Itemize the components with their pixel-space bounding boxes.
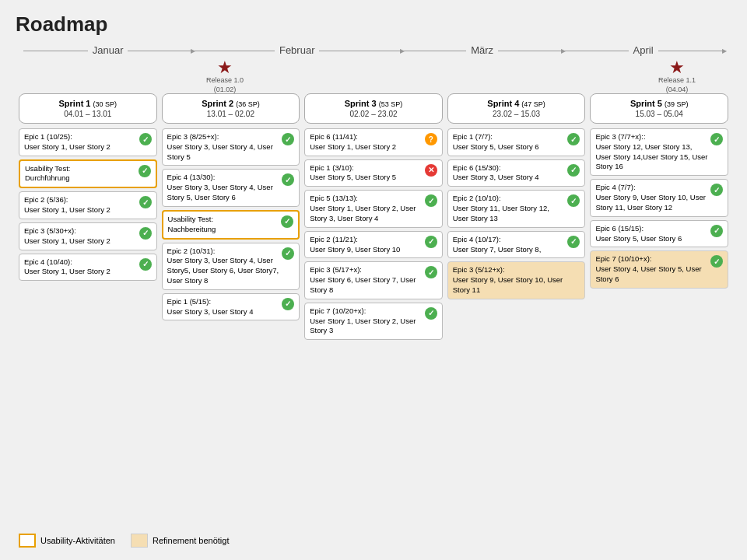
- epic-col3-item5-text: Epic 3 (5/17+x): User Story 6, User Stor…: [310, 265, 423, 295]
- sprints-row: Sprint 1 (30 SP) 04.01 – 13.01 Sprint 2 …: [16, 93, 731, 124]
- month-januar: Januar: [88, 44, 128, 56]
- epic-col5-item3-text: Epic 6 (15/15): User Story 5, User Story…: [595, 224, 709, 244]
- epic-col4-item4-badge: ✓: [567, 236, 580, 248]
- epic-col2-item3-badge: ✓: [281, 215, 293, 228]
- epic-col5-item1: Epic 3 (7/7+x):: User Story 12, User Sto…: [590, 128, 728, 176]
- legend-refinement: Refinement benötigt: [131, 534, 229, 548]
- epic-col5-item4: Epic 7 (10/10+x): User Story 4, User Sto…: [590, 250, 728, 288]
- sprint-col-2: Epic 3 (8/25+x): User Story 3, User Stor…: [162, 128, 300, 320]
- epic-col1-item5: Epic 4 (10/40): User Story 1, User Story…: [19, 254, 157, 282]
- epic-col2-item1-text: Epic 3 (8/25+x): User Story 3, User Stor…: [167, 132, 281, 162]
- epic-col1-item1: Epic 1 (10/25): User Story 1, User Story…: [19, 128, 157, 156]
- epic-col2-item5-text: Epic 1 (5/15): User Story 3, User Story …: [167, 297, 281, 317]
- epic-col3-item4-badge: ✓: [425, 236, 437, 248]
- epic-col1-item3: Epic 2 (5/36): User Story 1, User Story …: [19, 191, 157, 219]
- epic-col2-item4: Epic 2 (10/31): User Story 3, User Story…: [162, 243, 300, 290]
- epic-col4-item2-badge: ✓: [567, 164, 580, 177]
- epic-col1-item5-badge: ✓: [139, 258, 152, 271]
- timeline-januar: Januar: [23, 44, 192, 56]
- epic-col2-item3: Usability Test: Nachbereitung✓: [162, 210, 300, 240]
- release-1-0-label: Release 1.0 (01.02): [206, 76, 244, 94]
- timeline-header: Januar Februar März April: [16, 44, 731, 56]
- epic-col5-item2-text: Epic 4 (7/7): User Story 9, User Story 1…: [595, 183, 709, 212]
- release-1-0-star: ★: [217, 59, 233, 76]
- epic-col1-item4-text: Epic 3 (5/30+x): User Story 1, User Stor…: [24, 226, 138, 247]
- epic-col1-item2-badge: ✓: [139, 165, 151, 177]
- timeline-februar: Februar: [192, 44, 402, 56]
- epic-col1-item2: Usability Test: Durchführung✓: [19, 159, 157, 189]
- sprint-col-1: Epic 1 (10/25): User Story 1, User Story…: [19, 128, 157, 281]
- epic-col4-item3: Epic 2 (10/10): User Story 11, User Stor…: [447, 190, 586, 227]
- sprint-1-dates: 04.01 – 13.01: [26, 110, 150, 118]
- epic-col1-item1-badge: ✓: [139, 133, 152, 145]
- epic-col3-item1-text: Epic 6 (11/41): User Story 1, User Story…: [310, 132, 423, 152]
- epic-col1-item2-text: Usability Test: Durchführung: [25, 164, 137, 184]
- epic-col3-item5-badge: ✓: [425, 266, 437, 278]
- epic-col3-item6: Epic 7 (10/20+x): User Story 1, User Sto…: [304, 303, 443, 340]
- sprint-1-title: Sprint 1 (30 SP): [26, 99, 150, 108]
- sprint-3-dates: 02.02 – 23.02: [311, 110, 436, 118]
- release-1-1-label: Release 1.1 (04.04): [658, 76, 696, 94]
- epic-col2-item2-badge: ✓: [282, 173, 294, 186]
- epic-col3-item3-text: Epic 5 (13/13): User Story 1, User Story…: [310, 194, 423, 223]
- epic-col4-item1-badge: ✓: [567, 133, 580, 145]
- legend-usability-label: Usability-Aktivitäten: [40, 536, 115, 545]
- epic-col2-item4-text: Epic 2 (10/31): User Story 3, User Story…: [167, 247, 281, 286]
- legend-usability-box: [19, 534, 36, 548]
- epic-col4-item4: Epic 4 (10/17): User Story 7, User Story…: [447, 231, 586, 259]
- legend-usability: Usability-Aktivitäten: [19, 534, 115, 548]
- epic-col3-item5: Epic 3 (5/17+x): User Story 6, User Stor…: [304, 261, 443, 299]
- epic-col3-item3-badge: ✓: [425, 194, 437, 207]
- month-maerz: März: [466, 44, 498, 56]
- month-april: April: [629, 44, 658, 56]
- releases-row: ★ Release 1.0 (01.02) ★ Release 1.1 (04.…: [16, 59, 731, 90]
- epic-col1-item4: Epic 3 (5/30+x): User Story 1, User Stor…: [19, 222, 157, 250]
- epic-col2-item5-badge: ✓: [282, 298, 294, 310]
- epic-col3-item4: Epic 2 (11/21): User Story 9, User Story…: [304, 231, 443, 259]
- sprint-4-dates: 23.02 – 15.03: [454, 110, 579, 118]
- sprint-4-title: Sprint 4 (47 SP): [454, 99, 579, 108]
- sprint-3-title: Sprint 3 (53 SP): [311, 99, 436, 108]
- epic-col4-item5: Epic 3 (5/12+x): User Story 9, User Stor…: [447, 261, 586, 299]
- epic-col4-item5-text: Epic 3 (5/12+x): User Story 9, User Stor…: [453, 265, 580, 295]
- sprint-col-5: Epic 3 (7/7+x):: User Story 12, User Sto…: [590, 128, 728, 289]
- sprint-5-dates: 15.03 – 05.04: [597, 110, 721, 118]
- epics-area: Epic 1 (10/25): User Story 1, User Story…: [16, 128, 731, 340]
- sprint-2-box: Sprint 2 (36 SP) 13.01 – 02.02: [162, 93, 300, 124]
- epic-col4-item3-text: Epic 2 (10/10): User Story 11, User Stor…: [453, 194, 566, 223]
- legend-refinement-box: [131, 534, 148, 548]
- sprint-4-box: Sprint 4 (47 SP) 23.02 – 15.03: [447, 93, 586, 124]
- epic-col3-item3: Epic 5 (13/13): User Story 1, User Story…: [304, 190, 443, 227]
- epic-col1-item1-text: Epic 1 (10/25): User Story 1, User Story…: [24, 132, 138, 152]
- epic-col2-item2-text: Epic 4 (13/30): User Story 3, User Story…: [167, 173, 281, 202]
- epic-col3-item2-badge: ✕: [425, 164, 437, 177]
- epic-col2-item4-badge: ✓: [282, 247, 294, 260]
- legend: Usability-Aktivitäten Refinement benötig…: [19, 534, 229, 548]
- epic-col4-item1: Epic 1 (7/7): User Story 5, User Story 6…: [447, 128, 586, 156]
- epic-col4-item2: Epic 6 (15/30): User Story 3, User Story…: [447, 159, 586, 187]
- sprint-5-title: Sprint 5 (39 SP): [597, 99, 721, 108]
- epic-col2-item2: Epic 4 (13/30): User Story 3, User Story…: [162, 169, 300, 206]
- release-1-1-star: ★: [669, 59, 685, 76]
- epic-col4-item1-text: Epic 1 (7/7): User Story 5, User Story 6: [453, 132, 566, 152]
- sprint-col-3: Epic 6 (11/41): User Story 1, User Story…: [304, 128, 443, 340]
- epic-col3-item4-text: Epic 2 (11/21): User Story 9, User Story…: [310, 235, 423, 255]
- epic-col3-item2-text: Epic 1 (3/10): User Story 5, User Story …: [310, 163, 423, 184]
- epic-col5-item1-text: Epic 3 (7/7+x):: User Story 12, User Sto…: [595, 132, 709, 172]
- epic-col4-item3-badge: ✓: [567, 194, 580, 207]
- sprint-col-4: Epic 1 (7/7): User Story 5, User Story 6…: [447, 128, 586, 299]
- sprint-2-dates: 13.01 – 02.02: [169, 110, 293, 118]
- timeline-maerz: März: [402, 44, 563, 56]
- epic-col3-item1-badge: ?: [425, 133, 437, 145]
- legend-refinement-label: Refinement benötigt: [153, 536, 229, 545]
- epic-col2-item3-text: Usability Test: Nachbereitung: [168, 215, 280, 235]
- epic-col4-item4-text: Epic 4 (10/17): User Story 7, User Story…: [453, 235, 566, 255]
- epic-col2-item5: Epic 1 (5/15): User Story 3, User Story …: [162, 293, 300, 321]
- month-februar: Februar: [275, 44, 320, 56]
- timeline-april: April: [563, 44, 724, 56]
- epic-col3-item2: Epic 1 (3/10): User Story 5, User Story …: [304, 159, 443, 187]
- sprint-1-box: Sprint 1 (30 SP) 04.01 – 13.01: [19, 93, 157, 124]
- epic-col5-item3: Epic 6 (15/15): User Story 5, User Story…: [590, 220, 728, 248]
- epic-col5-item2: Epic 4 (7/7): User Story 9, User Story 1…: [590, 179, 728, 216]
- epic-col5-item2-badge: ✓: [710, 184, 723, 196]
